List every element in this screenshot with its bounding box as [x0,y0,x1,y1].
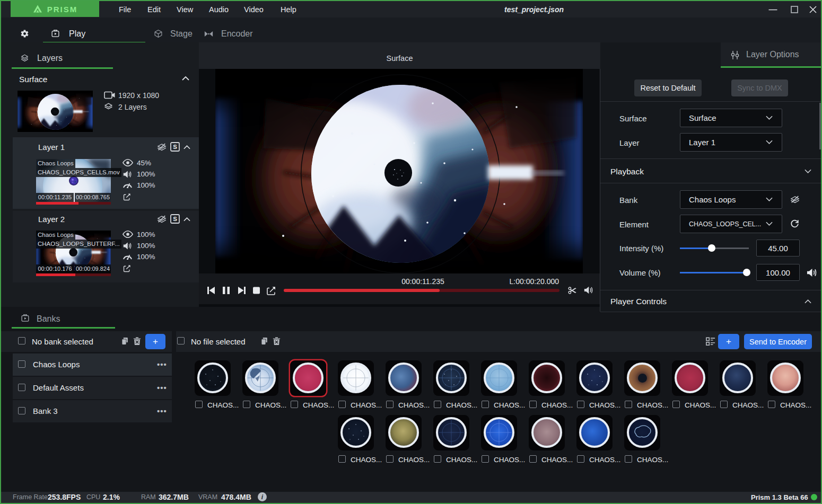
svg-text:S: S [173,216,177,222]
svg-text:S: S [173,144,177,150]
